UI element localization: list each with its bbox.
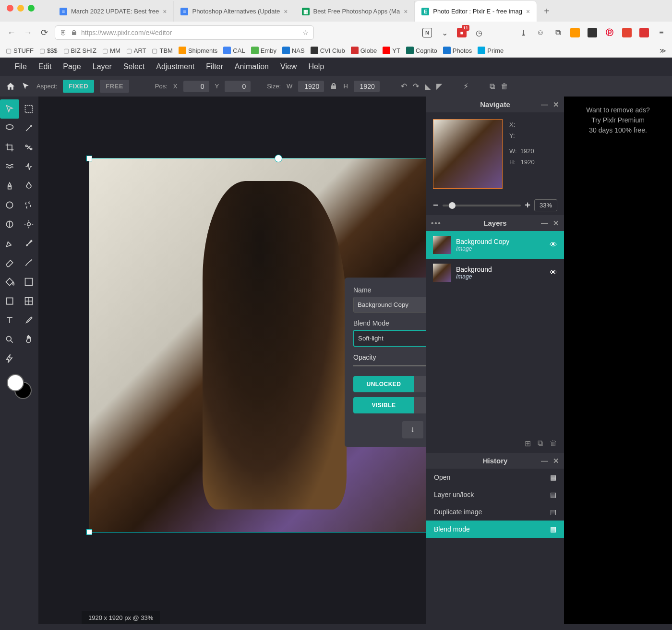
download-icon[interactable]: ⤓ <box>518 28 528 37</box>
address-bar[interactable]: ⛨ 🔒︎ https://www.pixlr.com/e/#editor ☆ <box>55 25 314 40</box>
todoist-icon[interactable] <box>622 28 632 37</box>
blend-mode-select[interactable]: Soft-light <box>353 330 426 347</box>
bookmark-item[interactable]: NAS <box>282 47 305 54</box>
bolt-tool[interactable] <box>0 349 19 368</box>
bookmark-item[interactable]: ▢MM <box>102 47 120 54</box>
wand-tool[interactable] <box>19 119 38 138</box>
eraser-tool[interactable] <box>0 253 19 272</box>
minimize-panel-icon[interactable]: — <box>541 100 548 109</box>
undo-icon[interactable]: ↶ <box>401 82 407 91</box>
marquee-tool[interactable] <box>19 99 38 119</box>
bookmark-item[interactable]: Cognito <box>406 47 437 54</box>
bookmark-item[interactable]: Shipments <box>179 47 217 54</box>
bookmark-item[interactable]: Globe <box>351 47 377 54</box>
close-panel-icon[interactable]: ✕ <box>553 100 559 109</box>
avatar-icon[interactable]: ☺︎ <box>536 28 545 37</box>
text-tool[interactable] <box>0 311 19 330</box>
blur-tool[interactable] <box>19 176 38 195</box>
menu-page[interactable]: Page <box>63 62 81 71</box>
history-item[interactable]: Duplicate image▤ <box>426 503 564 521</box>
tab-close-icon[interactable]: × <box>163 8 167 15</box>
history-item[interactable]: Layer un/lock▤ <box>426 486 564 503</box>
zoom-tool[interactable] <box>0 330 19 349</box>
lasso-tool[interactable] <box>0 119 19 138</box>
opacity-slider[interactable] <box>353 365 426 366</box>
arrow-tool[interactable] <box>0 99 19 119</box>
bookmark-item[interactable]: Photos <box>443 47 472 54</box>
menu-help[interactable]: Help <box>308 62 324 71</box>
minimize-history-icon[interactable]: — <box>541 457 548 465</box>
duplicate-icon[interactable]: ⧉ <box>490 82 495 91</box>
size-w-input[interactable] <box>298 81 324 92</box>
reload-button[interactable]: ⟳ <box>38 27 50 38</box>
menu-layer[interactable]: Layer <box>93 62 112 71</box>
bookmark-item[interactable]: Emby <box>251 47 276 54</box>
bolt-icon[interactable]: ⚡︎ <box>463 82 468 91</box>
ext-icon[interactable]: ■11 <box>457 28 467 37</box>
zoom-in-icon[interactable]: + <box>525 200 530 211</box>
ext4-icon[interactable] <box>639 28 649 37</box>
bookmark-item[interactable]: ▢$$$ <box>39 47 58 54</box>
bookmark-item[interactable]: Prime <box>478 47 504 54</box>
crop-icon[interactable]: ⧉ <box>553 28 563 37</box>
bookmark-item[interactable]: ▢BIZ SHIZ <box>63 47 96 54</box>
sponge-tool[interactable] <box>0 195 19 215</box>
brush-tool[interactable] <box>19 234 38 253</box>
redo-icon[interactable]: ↷ <box>413 82 419 91</box>
menu-select[interactable]: Select <box>123 62 144 71</box>
notion-icon[interactable]: N <box>422 28 432 37</box>
browser-tab[interactable]: EPhoto Editor : Pixlr E - free imag× <box>415 1 537 22</box>
draw-tool[interactable] <box>19 253 38 272</box>
bookmark-item[interactable]: ▢STUFF <box>6 47 34 54</box>
clone-tool[interactable] <box>0 176 19 195</box>
bookmark-item[interactable]: ▢ART <box>126 47 146 54</box>
eyedrop-tool[interactable] <box>19 311 38 330</box>
visibility-icon[interactable]: 👁︎ <box>550 241 557 249</box>
pocket-icon[interactable]: ⌄ <box>440 28 449 37</box>
close-history-icon[interactable]: ✕ <box>553 457 559 465</box>
tab-close-icon[interactable]: × <box>284 8 288 15</box>
bookmark-item[interactable]: CVI Club <box>311 47 345 54</box>
menu-icon[interactable]: ≡ <box>657 28 666 37</box>
minimize-window[interactable] <box>17 5 24 12</box>
menu-file[interactable]: File <box>14 62 27 71</box>
handle-sw[interactable] <box>86 529 92 535</box>
disperse-tool[interactable] <box>19 195 38 215</box>
dup-layer-icon[interactable]: ⧉ <box>538 439 543 448</box>
browser-tab[interactable]: ▦Best Free Photoshop Apps (Ma× <box>295 1 415 22</box>
zoom-slider[interactable] <box>443 205 521 206</box>
browser-tab[interactable]: ≡March 2022 UPDATE: Best free× <box>53 1 174 22</box>
trash-icon[interactable]: 🗑︎ <box>501 82 508 91</box>
gradient-tool[interactable] <box>19 272 38 291</box>
frame-tool[interactable] <box>19 291 38 311</box>
menu-edit[interactable]: Edit <box>38 62 52 71</box>
pos-y-input[interactable] <box>225 81 251 92</box>
del-layer-icon[interactable]: 🗑︎ <box>550 439 557 448</box>
ext3-icon[interactable] <box>588 28 597 37</box>
menu-filter[interactable]: Filter <box>206 62 223 71</box>
back-button[interactable]: ← <box>6 27 17 38</box>
zoom-thumb[interactable] <box>449 202 456 209</box>
zoom-value[interactable]: 33% <box>534 199 557 211</box>
ext2-icon[interactable] <box>570 28 580 37</box>
layer-item[interactable]: Background CopyImage👁︎ <box>426 231 564 259</box>
lock-aspect-icon[interactable]: 🔒︎ <box>330 82 337 91</box>
bookmark-item[interactable]: ▢TBM <box>152 47 172 54</box>
liquify-tool[interactable] <box>0 157 19 176</box>
close-window[interactable] <box>7 5 13 12</box>
size-h-input[interactable] <box>354 81 380 92</box>
canvas-area[interactable]: 1920 x 1920 px @ 33% ✕ Name Blend Mode S… <box>38 97 426 624</box>
close-layers-icon[interactable]: ✕ <box>553 219 559 228</box>
shape-tool[interactable] <box>0 291 19 311</box>
handle-nw[interactable] <box>86 156 92 161</box>
layer-item[interactable]: BackgroundImage👁︎ <box>426 259 564 287</box>
menu-adjustment[interactable]: Adjustment <box>156 62 194 71</box>
menu-animation[interactable]: Animation <box>235 62 269 71</box>
aspect-fixed[interactable]: FIXED <box>63 80 94 93</box>
layers-menu-icon[interactable]: ••• <box>431 219 442 227</box>
layer-name-input[interactable] <box>353 297 426 313</box>
foreground-color[interactable] <box>7 374 24 391</box>
flip-v-icon[interactable]: ◤ <box>436 82 442 91</box>
history-item[interactable]: Blend mode▤ <box>426 521 564 538</box>
hand-tool[interactable] <box>19 330 38 349</box>
